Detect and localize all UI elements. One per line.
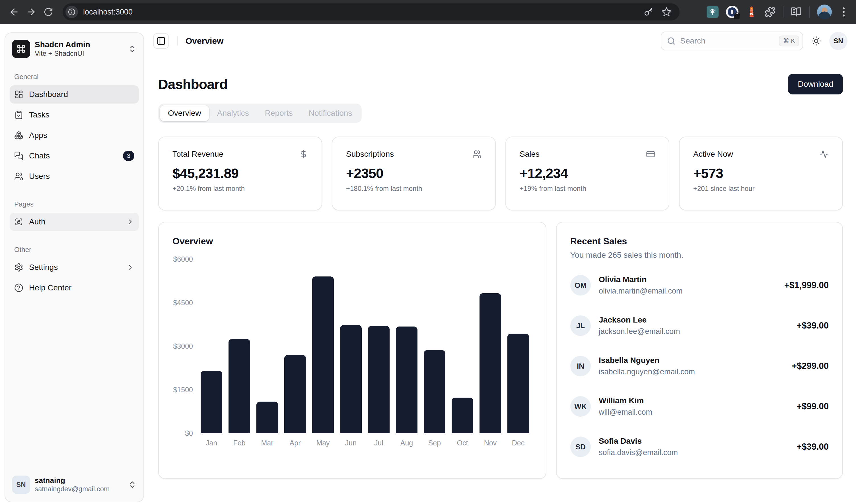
stat-value: +12,234 — [520, 165, 655, 181]
x-axis-label: Sep — [421, 439, 449, 447]
chats-icon — [14, 151, 23, 160]
avatar: JL — [570, 316, 591, 336]
stat-title: Sales — [520, 150, 540, 159]
sidebar-item-dashboard[interactable]: Dashboard — [10, 85, 139, 104]
avatar: OM — [570, 275, 591, 295]
bar-jun[interactable] — [337, 259, 365, 433]
sidebar-item-apps[interactable]: Apps — [10, 126, 139, 144]
dashboard-icon — [14, 90, 23, 99]
sidebar-item-help-center[interactable]: Help Center — [10, 279, 139, 297]
sidebar-item-users[interactable]: Users — [10, 167, 139, 185]
dashboard-tabs: Overview Analytics Reports Notifications — [158, 104, 362, 123]
toolbar-separator — [809, 6, 809, 18]
users-icon — [14, 172, 23, 181]
sidebar-item-auth[interactable]: Auth — [10, 213, 139, 231]
users-icon — [472, 150, 482, 159]
stat-title: Total Revenue — [172, 150, 223, 159]
chevrons-up-down-icon — [128, 480, 137, 489]
sale-amount: +$39.00 — [797, 442, 829, 452]
key-icon[interactable] — [644, 7, 653, 17]
chart-y-axis: $6000$4500$3000$1500$0 — [172, 259, 197, 433]
teal-extension-icon[interactable] — [706, 6, 719, 18]
bar-chart: $6000$4500$3000$1500$0 JanFebMarAprMayJu… — [172, 259, 532, 447]
tab-analytics[interactable]: Analytics — [209, 105, 257, 121]
bar-rect — [340, 325, 362, 433]
back-icon[interactable] — [6, 3, 23, 20]
bar-rect — [424, 350, 446, 433]
bar-nov[interactable] — [476, 259, 504, 433]
auth-lock-icon — [14, 217, 23, 227]
bar-apr[interactable] — [281, 259, 309, 433]
sidebar-item-label: Apps — [29, 131, 47, 140]
stat-title: Subscriptions — [346, 150, 394, 159]
bar-may[interactable] — [309, 259, 337, 433]
address-bar[interactable]: localhost:3000 — [63, 3, 680, 20]
bar-sep[interactable] — [421, 259, 449, 433]
bookmark-star-icon[interactable] — [661, 7, 671, 17]
stat-card-total-revenue: Total Revenue $45,231.89 +20.1% from las… — [158, 137, 322, 211]
chevron-right-icon — [126, 218, 134, 226]
sale-name: Isabella Nguyen — [599, 355, 695, 365]
team-switcher[interactable]: Shadcn Admin Vite + ShadcnUI — [10, 38, 139, 60]
x-axis-label: Jun — [337, 439, 365, 447]
stat-title: Active Now — [693, 150, 733, 159]
sale-amount: +$99.00 — [797, 401, 829, 412]
bar-aug[interactable] — [393, 259, 421, 433]
download-button[interactable]: Download — [788, 74, 843, 94]
search-input[interactable]: Search ⌘ K — [661, 32, 803, 50]
stat-caption: +19% from last month — [520, 185, 655, 193]
bar-rect — [200, 371, 222, 433]
browser-menu-kebab-icon[interactable] — [839, 5, 848, 19]
bar-mar[interactable] — [253, 259, 281, 433]
x-axis-label: Mar — [253, 439, 281, 447]
y-axis-tick: $6000 — [173, 255, 193, 263]
sale-amount: +$39.00 — [797, 321, 829, 331]
y-axis-tick: $0 — [185, 429, 193, 437]
avatar: WK — [570, 396, 591, 417]
sale-row: SD Sofia Davis sofia.davis@email.com +$3… — [570, 436, 829, 457]
sidebar-item-settings[interactable]: Settings — [10, 258, 139, 276]
reading-list-book-icon[interactable] — [791, 6, 802, 17]
bar-feb[interactable] — [225, 259, 253, 433]
tab-notifications[interactable]: Notifications — [301, 105, 360, 121]
sale-name: Olivia Martin — [599, 274, 682, 285]
sidebar-item-tasks[interactable]: Tasks — [10, 106, 139, 124]
bar-jul[interactable] — [365, 259, 393, 433]
sidebar-user-menu[interactable]: SN satnaing satnaingdev@gmail.com — [10, 472, 139, 497]
chart-title: Overview — [172, 236, 532, 247]
tab-overview[interactable]: Overview — [160, 105, 209, 121]
stat-caption: +20.1% from last month — [172, 185, 308, 193]
stat-caption: +180.1% from last month — [346, 185, 482, 193]
x-axis-label: May — [309, 439, 337, 447]
sidebar-item-chats[interactable]: Chats 3 — [10, 147, 139, 165]
browser-profile-avatar[interactable] — [817, 4, 832, 19]
y-axis-tick: $3000 — [173, 342, 193, 350]
top-header: Overview Search ⌘ K SN — [153, 27, 848, 55]
recent-sales-subtitle: You made 265 sales this month. — [570, 251, 829, 260]
sidebar-item-label: Users — [29, 172, 50, 181]
tasks-icon — [14, 110, 23, 120]
sale-email: sofia.davis@email.com — [599, 447, 678, 457]
header-user-avatar[interactable]: SN — [829, 32, 848, 50]
theme-toggle-button[interactable] — [811, 36, 821, 46]
bar-oct[interactable] — [449, 259, 476, 433]
stat-value: +2350 — [346, 165, 482, 181]
tab-reports[interactable]: Reports — [257, 105, 301, 121]
forward-icon[interactable] — [23, 3, 40, 20]
info-icon[interactable] — [66, 6, 78, 18]
bar-dec[interactable] — [504, 259, 532, 433]
sale-email: will@email.com — [599, 407, 652, 417]
extensions-puzzle-icon[interactable] — [765, 6, 775, 17]
x-axis-label: Nov — [476, 439, 504, 447]
onepassword-extension-icon[interactable] — [726, 6, 738, 18]
bar-rect — [284, 355, 306, 433]
chart-plot-area — [197, 259, 532, 433]
reload-icon[interactable] — [40, 3, 57, 20]
sidebar-item-label: Settings — [29, 263, 58, 272]
lighthouse-extension-icon[interactable] — [746, 6, 757, 18]
sidebar-toggle-button[interactable] — [153, 33, 169, 49]
sale-row: JL Jackson Lee jackson.lee@email.com +$3… — [570, 315, 829, 337]
sale-amount: +$1,999.00 — [784, 280, 829, 290]
avatar: SD — [570, 437, 591, 457]
bar-jan[interactable] — [197, 259, 225, 433]
